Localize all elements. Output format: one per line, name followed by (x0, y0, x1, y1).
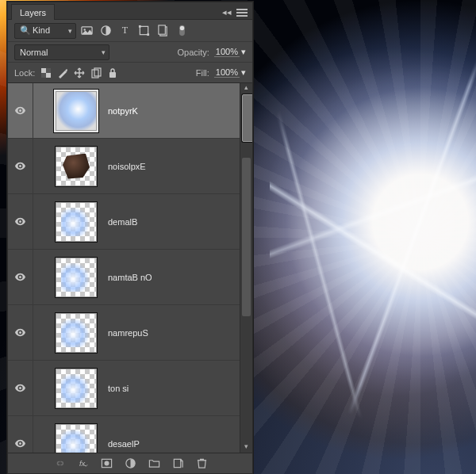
layer-row[interactable]: noisolpxE (8, 139, 240, 194)
chevron-down-icon: ▾ (68, 27, 72, 35)
layer-style-fx-icon[interactable]: fx (76, 457, 89, 470)
filter-pixel-icon[interactable] (81, 25, 93, 36)
layer-thumbnail[interactable] (56, 313, 97, 353)
svg-point-20 (19, 276, 21, 278)
opacity-field[interactable]: 100% ▾ (214, 47, 246, 57)
scroll-track-mark (242, 158, 251, 316)
filter-kind-select[interactable]: 🔍Kind ▾ (14, 23, 76, 39)
fill-field[interactable]: 100% ▾ (214, 67, 246, 78)
new-group-icon[interactable] (148, 457, 160, 470)
svg-point-18 (19, 165, 21, 167)
scroll-thumb[interactable] (242, 94, 252, 142)
lock-position-icon[interactable] (73, 67, 85, 78)
panel-tabbar: Layers ◂◂ (8, 2, 252, 20)
filter-kind-label: Kind (33, 25, 50, 35)
layers-panel: Layers ◂◂ 🔍Kind ▾ T Normal ▾ Opacity: 10… (7, 2, 253, 474)
opacity-label: Opacity: (178, 48, 209, 57)
chevron-down-icon: ▾ (241, 47, 246, 57)
visibility-toggle[interactable] (8, 194, 33, 249)
svg-point-1 (83, 29, 85, 30)
lock-label: Lock: (14, 68, 35, 78)
svg-point-26 (104, 461, 109, 466)
layer-thumbnail[interactable] (56, 369, 97, 408)
panel-menu-icon[interactable] (236, 9, 248, 17)
search-icon: 🔍 (20, 25, 31, 35)
add-mask-icon[interactable] (100, 457, 113, 470)
layer-name[interactable]: ton si (108, 384, 129, 393)
collapse-panel-icon[interactable]: ◂◂ (222, 7, 232, 17)
layer-name[interactable]: namtaB nO (108, 273, 152, 282)
blend-mode-value: Normal (20, 48, 48, 57)
layers-footer: fx (8, 453, 252, 473)
visibility-toggle[interactable] (8, 361, 33, 415)
svg-rect-16 (109, 72, 116, 78)
canvas-art-overlay (270, 48, 476, 442)
layer-row[interactable]: notpyrK (8, 83, 240, 139)
layer-name[interactable]: noisolpxE (108, 162, 146, 171)
layer-name[interactable]: notpyrK (108, 106, 138, 116)
layer-thumbnail[interactable] (56, 91, 97, 131)
visibility-toggle[interactable] (8, 139, 33, 193)
scroll-down-icon[interactable]: ▾ (240, 442, 252, 453)
svg-point-19 (19, 220, 21, 223)
filter-shape-icon[interactable] (138, 25, 150, 36)
filter-smartobject-icon[interactable] (157, 25, 169, 36)
scroll-up-icon[interactable]: ▴ (240, 83, 252, 94)
svg-point-22 (19, 387, 21, 389)
layer-row[interactable]: desaelP (8, 416, 240, 453)
svg-point-23 (19, 442, 21, 445)
layer-name[interactable]: namrepuS (108, 328, 148, 338)
filter-toggle-switch[interactable] (176, 25, 188, 36)
layer-thumbnail[interactable] (56, 202, 97, 242)
layer-row[interactable]: demalB (8, 194, 240, 250)
layer-row[interactable]: namtaB nO (8, 250, 240, 305)
visibility-toggle[interactable] (8, 305, 33, 360)
visibility-toggle[interactable] (8, 416, 33, 453)
new-layer-icon[interactable] (171, 457, 184, 470)
lock-transparent-icon[interactable] (40, 67, 52, 78)
svg-rect-13 (41, 73, 46, 78)
lock-all-icon[interactable] (106, 67, 118, 78)
filter-type-icons: T (81, 25, 188, 36)
svg-rect-10 (41, 68, 46, 73)
layer-thumbnail[interactable] (56, 424, 97, 453)
svg-rect-4 (140, 26, 148, 34)
lock-artboard-icon[interactable] (90, 67, 102, 78)
link-layers-icon[interactable] (52, 457, 65, 470)
blend-mode-select[interactable]: Normal ▾ (14, 44, 109, 60)
layer-row[interactable]: ton si (8, 361, 240, 416)
svg-rect-6 (147, 33, 149, 36)
layer-row[interactable]: namrepuS (8, 305, 240, 361)
visibility-toggle[interactable] (8, 83, 33, 138)
fill-label: Fill: (196, 68, 209, 78)
blend-row: Normal ▾ Opacity: 100% ▾ (8, 42, 252, 63)
svg-point-9 (180, 26, 185, 31)
chevron-down-icon: ▾ (241, 67, 246, 78)
fill-value: 100% (214, 67, 240, 78)
layer-thumbnail[interactable] (56, 147, 97, 186)
layers-list: notpyrKnoisolpxEdemalBnamtaB nOnamrepuSt… (8, 83, 252, 453)
new-adjustment-layer-icon[interactable] (124, 457, 136, 470)
svg-point-21 (19, 331, 21, 334)
lock-pixels-icon[interactable] (56, 67, 68, 78)
tab-layers[interactable]: Layers (11, 4, 55, 20)
svg-rect-28 (174, 459, 180, 467)
layer-name[interactable]: demalB (108, 217, 137, 227)
opacity-value: 100% (214, 47, 240, 57)
visibility-toggle[interactable] (8, 250, 33, 304)
svg-point-17 (19, 109, 21, 112)
layer-thumbnail[interactable] (56, 258, 97, 297)
svg-rect-12 (46, 68, 51, 73)
svg-rect-7 (159, 25, 165, 34)
svg-text:T: T (122, 25, 129, 36)
filter-adjustment-icon[interactable] (100, 25, 112, 36)
delete-layer-icon[interactable] (195, 457, 208, 470)
layer-name[interactable]: desaelP (108, 439, 140, 449)
layer-filter-bar: 🔍Kind ▾ T (8, 20, 252, 42)
lock-row: Lock: Fill: 100% ▾ (8, 63, 252, 83)
chevron-down-icon: ▾ (102, 48, 106, 56)
svg-rect-5 (139, 25, 141, 28)
filter-type-T-icon[interactable]: T (119, 25, 131, 36)
scrollbar[interactable]: ▴ ▾ (240, 83, 252, 453)
svg-rect-11 (46, 73, 51, 78)
